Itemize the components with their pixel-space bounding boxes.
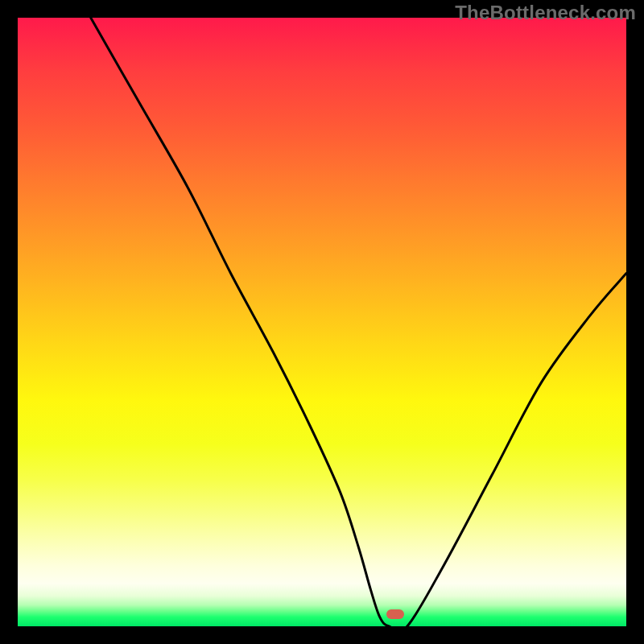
watermark-text: TheBottleneck.com bbox=[455, 2, 636, 24]
optimal-point-marker bbox=[386, 609, 404, 619]
bottleneck-curve bbox=[18, 18, 626, 626]
plot-area bbox=[18, 18, 626, 626]
chart-frame: TheBottleneck.com bbox=[0, 0, 644, 644]
